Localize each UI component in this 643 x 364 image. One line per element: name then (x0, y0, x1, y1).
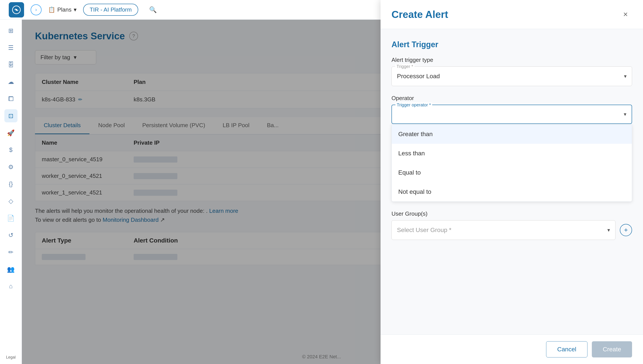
user-group-row: Select User Group * ▾ + (392, 220, 632, 240)
sidebar-item-code[interactable]: {} (4, 178, 18, 190)
modal-footer: Cancel Create (381, 334, 643, 364)
user-group-placeholder: Select User Group * (397, 226, 451, 234)
user-group-select[interactable]: Select User Group * ▾ (392, 220, 615, 240)
trigger-field-label: Alert trigger type (392, 56, 632, 63)
operator-dropdown-list: Greater than Less than Equal to Not equa… (392, 124, 632, 202)
operator-arrow-icon: ▾ (624, 111, 626, 117)
cancel-button[interactable]: Cancel (546, 341, 587, 358)
modal-title: Create Alert (392, 8, 448, 20)
section-title: Alert Trigger (392, 40, 632, 49)
create-alert-modal: Create Alert × Alert Trigger Alert trigg… (381, 0, 643, 364)
app-logo (9, 2, 24, 18)
trigger-select[interactable]: Processor Load ▾ (392, 67, 632, 86)
user-group-label: User Group(s) (392, 210, 632, 217)
nav-arrow[interactable]: › (31, 4, 42, 15)
user-group-arrow-icon: ▾ (607, 227, 610, 233)
sidebar: ⊞ ☰ 🗄 ☁ ⧠ ⊡ 🚀 $ ⚙ {} ◇ 📄 ↺ ✏ 👥 ⌂ Legal (0, 20, 22, 364)
option-not-equal-to[interactable]: Not equal to (392, 182, 632, 202)
create-button[interactable]: Create (592, 341, 632, 358)
plans-icon: 📋 (48, 6, 55, 13)
plans-label: Plans (57, 6, 72, 13)
trigger-arrow-icon: ▾ (624, 73, 626, 79)
platform-badge[interactable]: TIR - AI Platform (83, 4, 138, 16)
modal-body: Alert Trigger Alert trigger type Trigger… (381, 29, 643, 334)
sidebar-item-edit[interactable]: ✏ (4, 246, 18, 259)
sidebar-item-rocket[interactable]: 🚀 (4, 126, 18, 140)
legal-link[interactable]: Legal (6, 355, 16, 360)
add-user-group-button[interactable]: + (620, 224, 632, 236)
modal-header: Create Alert × (381, 0, 643, 29)
trigger-field-group: Alert trigger type Trigger * Processor L… (392, 56, 632, 86)
sidebar-item-diamond[interactable]: ◇ (4, 194, 18, 208)
sidebar-item-table[interactable]: ☰ (4, 41, 18, 54)
sidebar-item-settings[interactable]: ⚙ (4, 160, 18, 174)
sidebar-item-grid[interactable]: ⊞ (4, 24, 18, 37)
modal-close-button[interactable]: × (619, 8, 632, 21)
operator-select-wrapper: Trigger operator * ▾ (392, 105, 632, 124)
option-greater-than[interactable]: Greater than (392, 124, 632, 144)
operator-field-label: Operator (392, 95, 632, 102)
trigger-select-wrapper: Trigger * Processor Load ▾ (392, 66, 632, 86)
plans-chevron: ▾ (74, 6, 77, 13)
option-equal-to[interactable]: Equal to (392, 163, 632, 182)
sidebar-item-billing[interactable]: $ (4, 143, 18, 156)
user-group-field-group: User Group(s) Select User Group * ▾ + (392, 210, 632, 240)
svg-point-1 (16, 9, 17, 11)
sidebar-item-file[interactable]: 📄 (4, 212, 18, 224)
operator-float-label: Trigger operator * (395, 102, 432, 108)
user-group-select-wrapper: Select User Group * ▾ (392, 220, 615, 240)
sidebar-item-people[interactable]: 👥 (4, 262, 18, 276)
trigger-value: Processor Load (397, 73, 440, 80)
sidebar-item-database[interactable]: 🗄 (4, 58, 18, 71)
add-icon: + (624, 226, 628, 234)
search-icon[interactable]: 🔍 (149, 6, 157, 13)
sidebar-item-layers[interactable]: ⧠ (4, 92, 18, 105)
sidebar-item-refresh[interactable]: ↺ (4, 228, 18, 242)
trigger-float-label: Trigger * (395, 64, 415, 69)
option-less-than[interactable]: Less than (392, 144, 632, 163)
sidebar-item-cloud[interactable]: ☁ (4, 75, 18, 88)
sidebar-item-home[interactable]: ⌂ (4, 280, 18, 293)
operator-field-group: Operator Trigger operator * ▾ Greater th… (392, 95, 632, 202)
operator-select[interactable]: ▾ (392, 105, 632, 124)
sidebar-item-grid2[interactable]: ⊡ (4, 109, 18, 122)
plans-menu[interactable]: 📋 Plans ▾ (48, 6, 77, 13)
